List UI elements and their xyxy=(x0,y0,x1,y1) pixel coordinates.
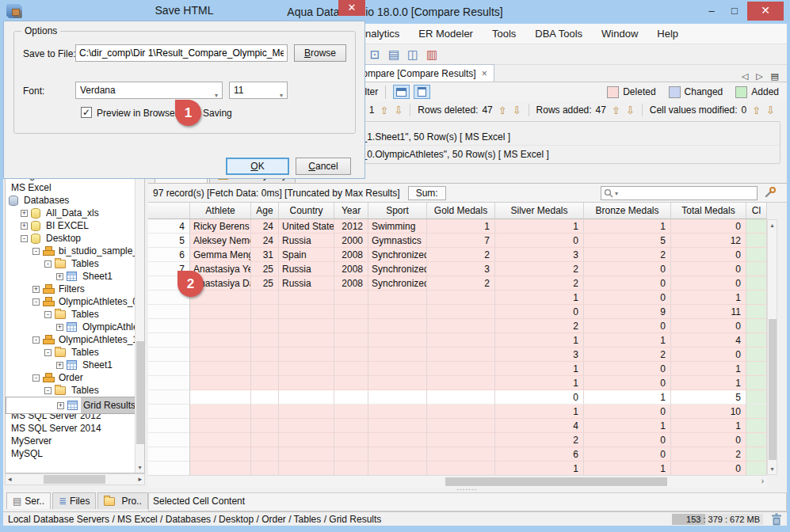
grid-cell[interactable] xyxy=(427,333,495,348)
grid-cell[interactable]: 2 xyxy=(584,348,671,362)
grid-cell[interactable]: 3 xyxy=(495,248,584,262)
grid-cell[interactable]: 1 xyxy=(584,419,671,433)
tree-expander-icon[interactable]: + xyxy=(56,273,63,280)
grid-cell[interactable]: Gymnastics xyxy=(368,234,427,248)
scrollbar-thumb[interactable] xyxy=(445,477,667,486)
scroll-down-icon[interactable]: ▾ xyxy=(768,466,777,473)
grid-cell[interactable]: 5 xyxy=(671,390,746,405)
relationships-icon[interactable]: ◫ xyxy=(404,46,422,63)
grid-cell[interactable]: 3 xyxy=(495,348,584,362)
grid-cell[interactable]: 1 xyxy=(671,362,746,376)
grid-cell[interactable] xyxy=(334,319,368,333)
tree-expander-icon[interactable]: - xyxy=(21,235,28,242)
grid-cell[interactable] xyxy=(746,219,767,234)
grid-cell[interactable]: 2 xyxy=(495,276,584,291)
grid-cell[interactable]: 0 xyxy=(495,305,584,319)
grid-cell[interactable]: 0 xyxy=(584,405,671,419)
scroll-left-icon[interactable]: ◂ xyxy=(8,475,12,483)
grid-cell[interactable] xyxy=(746,362,767,376)
tree-expander-icon[interactable]: - xyxy=(32,248,40,255)
column-header-cl[interactable]: Cl xyxy=(746,203,767,219)
grid-cell[interactable] xyxy=(746,433,767,447)
tree-expander-icon[interactable]: - xyxy=(44,387,52,394)
grid-cell[interactable] xyxy=(334,305,368,319)
grid-cell[interactable] xyxy=(334,291,368,305)
menu-dba-tools[interactable]: DBA Tools xyxy=(535,28,582,40)
prev-diff-icon[interactable]: ⇧ xyxy=(380,105,389,116)
tabs-scroll-left-icon[interactable]: ◁ xyxy=(742,71,748,82)
grid-cell[interactable]: 0 xyxy=(671,433,746,447)
grid-cell[interactable]: 2000 xyxy=(334,234,368,248)
grid-cell[interactable] xyxy=(279,333,334,348)
grid-cell[interactable] xyxy=(148,390,190,405)
grid-cell[interactable]: 0 xyxy=(671,348,746,362)
grid-row[interactable]: 200 xyxy=(148,433,767,447)
tree-expander-icon[interactable]: + xyxy=(56,324,63,331)
form-view-icon[interactable]: ▤ xyxy=(385,46,403,63)
grid-row[interactable]: 101 xyxy=(148,376,767,390)
grid-cell[interactable] xyxy=(148,462,190,475)
grid-options-wrench-icon[interactable] xyxy=(764,186,777,199)
grid-cell[interactable] xyxy=(251,348,279,362)
grid-cell[interactable]: Synchronized xyxy=(368,248,427,262)
grid-cell[interactable] xyxy=(368,333,427,348)
grid-cell[interactable] xyxy=(148,433,190,447)
grid-cell[interactable] xyxy=(148,447,190,462)
grid-cell[interactable]: 1 xyxy=(495,376,584,390)
grid-cell[interactable]: 5 xyxy=(584,234,671,248)
tree-expander-icon[interactable]: + xyxy=(57,402,64,409)
grid-cell[interactable] xyxy=(190,419,251,433)
grid-row[interactable]: 015 xyxy=(148,390,767,405)
grid-cell[interactable] xyxy=(279,390,334,405)
column-header-gold-medals[interactable]: Gold Medals xyxy=(427,203,495,219)
grid-cell[interactable]: United State xyxy=(279,219,334,234)
column-header-age[interactable]: Age xyxy=(251,203,279,219)
grid-cell[interactable] xyxy=(148,405,190,419)
grid-cell[interactable]: 2008 xyxy=(334,276,368,291)
tree-expander-icon[interactable]: + xyxy=(56,362,63,369)
grid-cell[interactable] xyxy=(148,362,190,376)
grid-cell[interactable]: 4 xyxy=(671,333,746,348)
grid-cell[interactable] xyxy=(279,291,334,305)
column-header-sport[interactable]: Sport xyxy=(368,203,427,219)
grid-cell[interactable] xyxy=(746,348,767,362)
grid-cell[interactable]: 2 xyxy=(495,319,584,333)
grid-cell[interactable] xyxy=(334,390,368,405)
grid-cell[interactable]: 24 xyxy=(251,219,279,234)
grid-cell[interactable]: Synchronized xyxy=(368,262,427,276)
grid-cell[interactable]: 6 xyxy=(148,248,190,262)
grid-cell[interactable] xyxy=(368,291,427,305)
tree-item-bi-excel[interactable]: +BI EXCEL xyxy=(6,219,144,232)
grid-cell[interactable]: 2 xyxy=(495,262,584,276)
grid-row[interactable]: 1010 xyxy=(148,405,767,419)
font-size-select[interactable]: 11▾ xyxy=(229,82,288,99)
grid-row[interactable]: 320 xyxy=(148,348,767,362)
grid-cell[interactable] xyxy=(746,405,767,419)
grid-row[interactable]: 411 xyxy=(148,419,767,433)
tree-horizontal-scrollbar[interactable]: ◂ ▸ xyxy=(5,473,145,485)
grid-cell[interactable] xyxy=(279,419,334,433)
cancel-button[interactable]: Cancel xyxy=(296,158,351,175)
tree-item-tables[interactable]: -Tables xyxy=(6,257,144,270)
grid-cell[interactable] xyxy=(368,419,427,433)
grid-cell[interactable] xyxy=(148,319,190,333)
column-header-year[interactable]: Year xyxy=(334,203,368,219)
preview-checkbox-label[interactable]: Preview in Browser After Saving xyxy=(97,108,232,119)
grid-cell[interactable] xyxy=(251,362,279,376)
grid-cell[interactable] xyxy=(190,405,251,419)
grid-cell[interactable] xyxy=(251,447,279,462)
grid-cell[interactable]: 31 xyxy=(251,248,279,262)
grid-horizontal-scrollbar[interactable]: › xyxy=(148,475,767,488)
grid-cell[interactable] xyxy=(368,348,427,362)
grid-cell[interactable] xyxy=(279,376,334,390)
tree-item-myserver[interactable]: MyServer xyxy=(6,435,144,447)
grid-cell[interactable] xyxy=(251,390,279,405)
grid-cell[interactable]: 1 xyxy=(584,333,671,348)
grid-row[interactable]: 602 xyxy=(148,447,767,462)
tree-expander-icon[interactable]: - xyxy=(44,311,52,318)
grid-cell[interactable] xyxy=(368,405,427,419)
grid-cell[interactable] xyxy=(148,305,190,319)
grid-cell[interactable] xyxy=(368,376,427,390)
grid-cell[interactable]: 24 xyxy=(251,234,279,248)
prev-diff-icon[interactable]: ⇧ xyxy=(612,105,620,116)
